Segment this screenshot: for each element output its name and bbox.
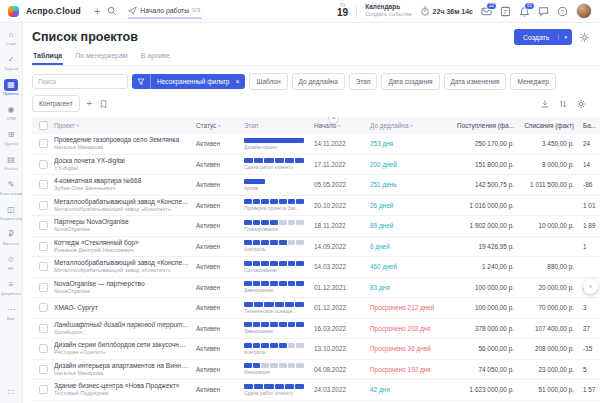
bar-segment [253,343,261,348]
export-download-icon[interactable] [540,99,550,109]
filter-chip-stage[interactable]: Этап [349,73,378,90]
help-button[interactable]: ? [557,6,568,17]
notifications-button[interactable]: 61 [519,6,530,17]
column-header-status[interactable]: Статус▾ [196,122,244,129]
table-row[interactable]: Доска почета YX-digitalYX-digitalАктивен… [32,155,600,176]
balance-amount: -86 [576,181,600,188]
table-row[interactable]: Металлообрабатывающий завод «Конспект»Ме… [32,196,600,217]
sidebar-item-hr[interactable]: ☺HR [0,250,22,275]
table-row[interactable]: Дизайн серии биллбордов сети закусочных … [32,339,600,360]
table-row[interactable]: Дизайн интерьера апартаментов на Винницк… [32,360,600,381]
search-icon[interactable] [107,6,117,16]
column-header-income[interactable]: Поступления (фа... [452,122,518,129]
row-checkbox[interactable] [39,201,48,210]
add-filter-icon[interactable]: + [87,99,93,109]
project-name[interactable]: ХМАО- Сургут [54,304,190,312]
today-date[interactable]: Пт 19 [337,4,348,19]
work-timer[interactable]: 22ч 36м 14с [420,6,473,16]
table-row[interactable]: Партнеры NovaOrganiseNovaOrganiseАктивен… [32,216,600,237]
scroll-right-button[interactable]: › [583,279,598,294]
sidebar-item-start[interactable]: ⌂Старт [0,25,22,50]
project-name[interactable]: Дизайн интерьера апартаментов на Винницк… [54,362,190,370]
row-checkbox[interactable] [39,221,48,230]
filter-chip-contractor[interactable]: Контрагент [32,95,80,112]
project-name[interactable]: Ландшафтный дизайн парковой территории [54,321,190,329]
sidebar-item-projects[interactable]: ▦Проекты [0,75,22,100]
column-header-balance[interactable]: Ба... [576,122,600,129]
project-name[interactable]: NovaOrganise — партнерство [54,280,190,288]
filter-chip-manager[interactable]: Менеджер [510,73,556,90]
filter-chip-created[interactable]: Дата создания [381,73,439,90]
onboarding-link[interactable]: Начало работы 0/3 [128,4,202,19]
sort-vertical-icon[interactable] [558,99,568,109]
column-header-start[interactable]: Начало▾ [314,122,370,129]
sidebar-item-partner[interactable]: ◫Кабинет партнера [0,200,22,225]
table-row[interactable]: ХМАО- СургутАктивенТехническое оснаще...… [32,298,600,319]
table-row[interactable]: 4-комнатная квартира №668Зубин Олег Евге… [32,175,600,196]
row-checkbox[interactable] [39,303,48,312]
project-name[interactable]: 4-комнатная квартира №668 [54,177,190,185]
sidebar-item-more[interactable]: ⋯Ещё [0,300,22,325]
tab-table[interactable]: Таблица [32,49,63,65]
active-filter-chip[interactable]: Несохраненный фильтр × [132,74,245,89]
notes-button[interactable] [500,6,511,17]
row-checkbox[interactable] [39,385,48,394]
chat-button[interactable] [538,6,549,17]
sidebar-item-finance[interactable]: ₽Финансы [0,225,22,250]
sidebar-item-tasks[interactable]: ✓Задачи [0,50,22,75]
row-checkbox[interactable] [39,365,48,374]
project-name[interactable]: Здание бизнес-центра «Нова Проджект» [54,382,190,390]
sidebar-item-kanban[interactable]: ▤Канбан [0,150,22,175]
table-row[interactable]: Металлообрабатывающий завод «Конспект»Ме… [32,257,600,278]
column-header-stage[interactable]: Этап [244,122,314,129]
table-row[interactable]: Проведение газопровода село ЗемлянкаНата… [32,134,600,155]
row-checkbox[interactable] [39,324,48,333]
project-name[interactable]: Партнеры NovaOrganise [54,218,190,226]
filter-chip-modified[interactable]: Дата изменения [444,73,507,90]
table-row[interactable]: NovaOrganise — партнерствоNovaOrganiseАк… [32,278,600,299]
row-checkbox[interactable] [39,262,48,271]
user-avatar[interactable] [576,3,592,19]
search-input[interactable] [32,74,128,89]
bar-segment [261,343,269,348]
mail-button[interactable]: 22 [481,6,492,17]
select-all-checkbox[interactable] [39,121,48,130]
project-name[interactable]: Металлообрабатывающий завод «Конспект» [54,259,190,267]
row-checkbox[interactable] [39,242,48,251]
bar-segment [295,158,304,163]
column-header-deadline[interactable]: До дедлайна▾ [370,122,452,129]
column-header-project[interactable]: Проект▾ [54,122,196,129]
row-checkbox[interactable] [39,139,48,148]
project-name[interactable]: Коттедж «Стеклянный бор» [54,239,190,247]
sidebar-item-docs[interactable]: ≡Документы [0,275,22,300]
chevron-down-icon[interactable]: ▾ [558,34,572,40]
sidebar-item-groups[interactable]: ⊞Группы [0,125,22,150]
table-row[interactable]: Ландшафтный дизайн парковой территорииКр… [32,319,600,340]
project-name[interactable]: Дизайн серии биллбордов сети закусочных … [54,341,190,349]
row-checkbox[interactable] [39,344,48,353]
apps-grid-icon[interactable]: ∷ [8,387,14,397]
project-name[interactable]: Проведение газопровода село Землянка [54,136,190,144]
column-header-expense[interactable]: Списания (факт) [518,122,576,129]
row-checkbox[interactable] [39,180,48,189]
bookmark-icon[interactable] [99,99,108,109]
clear-filter-icon[interactable]: × [233,78,245,85]
row-checkbox[interactable] [39,283,48,292]
finance-ruble-icon: ₽ [4,229,18,241]
table-settings-gear-icon[interactable] [576,99,586,109]
table-row[interactable]: Коттедж «Стеклянный бор»Романов Дмитрий … [32,237,600,258]
project-name[interactable]: Металлообрабатывающий завод «Конспект» [54,198,190,206]
table-row[interactable]: Здание бизнес-центра «Нова Проджект»Тест… [32,380,600,401]
tab-archive[interactable]: В архиве [140,49,171,65]
filter-chip-template[interactable]: Шаблон [249,73,287,90]
sidebar-item-crm[interactable]: ◉CRM [0,100,22,125]
tab-managers[interactable]: По менеджерам [74,49,128,65]
quick-add-button[interactable]: + [94,6,100,17]
row-checkbox[interactable] [39,160,48,169]
create-button[interactable]: Создать ▾ [514,29,572,45]
sidebar-item-knowledge[interactable]: ✎База знаний [0,175,22,200]
project-name[interactable]: Доска почета YX-digital [54,157,190,165]
calendar-shortcut[interactable]: Календарь Создать событие [365,3,411,18]
page-settings-gear-icon[interactable] [579,32,590,43]
filter-chip-deadline[interactable]: До дедлайна [292,73,345,90]
